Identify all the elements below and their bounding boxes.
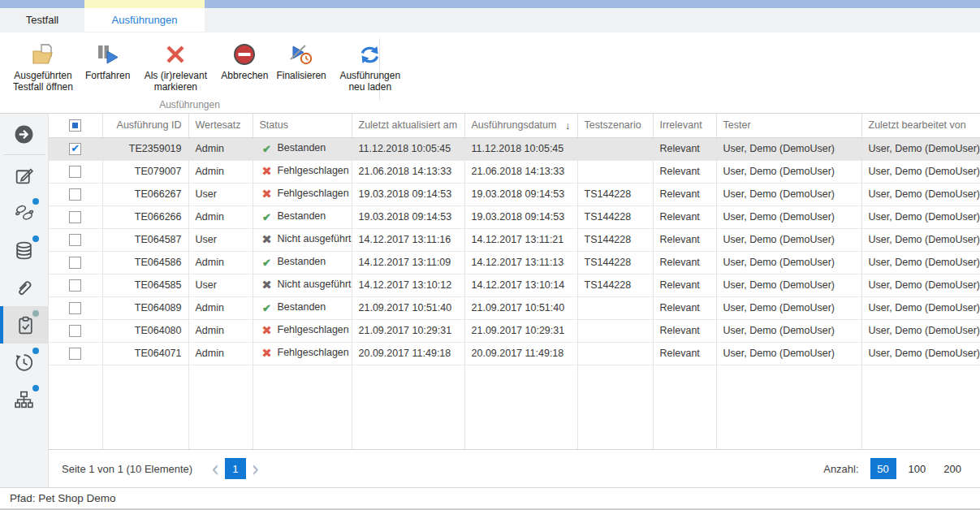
previous-page-button[interactable]: ‹ [211,457,219,481]
row-checkbox[interactable] [69,211,81,223]
column-header-ausfuehrung-id[interactable]: Ausführung ID [102,114,188,137]
cell-tester: User, Demo (DemoUser) [716,319,861,342]
database-icon [14,240,34,261]
executions-table: Ausführung ID Wertesatz Status Zuletzt a… [49,114,980,449]
column-header-testszenario[interactable]: Testszenario [577,114,653,137]
table-row[interactable]: TE064586 Admin ✔Bestanden 14.12.2017 13:… [49,251,980,274]
table-row[interactable]: TE064587 User ✖Nicht ausgeführt 14.12.20… [49,228,980,251]
status-label: Fehlgeschlagen [278,347,349,358]
status-icon: ✖ [260,278,274,292]
row-checkbox-cell [49,228,102,251]
row-checkbox[interactable] [69,325,81,337]
cell-irrelevant: Relevant [653,160,716,183]
row-checkbox[interactable] [69,234,81,246]
column-header-status[interactable]: Status [253,114,352,137]
finalize-button[interactable]: Finalisieren [273,37,329,83]
continue-button[interactable]: Fortfahren [82,37,133,83]
status-label: Nicht ausgeführt [278,279,352,290]
cell-irrelevant: Relevant [653,137,716,160]
sidebar-item-hierarchy[interactable] [0,381,48,418]
table-row[interactable]: TE064071 Admin ✖Fehlgeschlagen 20.09.201… [49,342,980,365]
cell-status: ✖Fehlgeschlagen [253,160,352,183]
cell-ausfuehrung-id: TE066266 [102,205,188,228]
sidebar-item-history[interactable] [0,344,48,381]
row-checkbox-cell [49,137,102,160]
page-size-option-200[interactable]: 200 [938,458,967,479]
sidebar-item-data[interactable] [0,231,48,269]
sidebar-item-steps[interactable] [0,194,48,231]
column-header-ausfuehrungsdatum[interactable]: Ausführungsdatum ↓ [464,114,577,137]
cell-status: ✖Fehlgeschlagen [253,342,352,365]
cell-status: ✖Fehlgeschlagen [253,183,352,205]
cell-ausfuehrung-id: TE2359019 [102,137,188,160]
status-icon: ✔ [260,143,274,155]
row-checkbox-cell [49,342,102,365]
cell-ausfuehrungsdatum: 11.12.2018 10:05:45 [464,137,577,160]
refresh-icon [359,39,381,70]
row-checkbox[interactable] [69,257,81,269]
window-top-strip [0,0,980,8]
row-checkbox[interactable] [69,188,81,201]
table-row[interactable]: TE064585 User ✖Nicht ausgeführt 14.12.20… [49,274,980,296]
sidebar-item-executions[interactable] [0,306,48,344]
column-header-zuletzt-aktualisiert[interactable]: Zuletzt aktualisiert am [352,114,464,137]
folder-open-icon [31,39,55,70]
table-row[interactable]: TE064089 Admin ✔Bestanden 21.09.2017 10:… [49,296,980,319]
row-checkbox[interactable] [69,143,81,155]
row-checkbox[interactable] [69,279,81,292]
mark-irrelevant-button[interactable]: Als (ir)relevant markieren [135,37,216,94]
cell-status: ✔Bestanden [253,205,352,228]
reload-executions-button[interactable]: Ausführungen neu laden [331,37,409,94]
column-header-irrelevant[interactable]: Irrelevant [653,114,716,137]
cell-status: ✖Nicht ausgeführt [253,228,352,251]
cell-testszenario [577,319,653,342]
collapse-sidebar-button[interactable] [0,115,48,153]
page-size-option-50[interactable]: 50 [870,458,896,479]
cell-irrelevant: Relevant [653,342,716,365]
column-header-tester[interactable]: Tester [716,114,861,137]
cell-testszenario: TS144228 [577,274,653,296]
table-row[interactable]: TE2359019 Admin ✔Bestanden 11.12.2018 10… [49,137,980,160]
cell-zuletzt-aktualisiert: 20.09.2017 11:49:18 [352,342,464,365]
next-page-button[interactable]: › [252,457,260,481]
cell-testszenario [577,342,653,365]
notification-badge [32,348,39,354]
page-size-option-100[interactable]: 100 [903,458,932,479]
cell-zuletzt-bearbeitet: User, Demo (DemoUser) [861,228,980,251]
status-label: Fehlgeschlagen [278,165,349,176]
status-icon: ✖ [260,323,274,338]
row-checkbox[interactable] [69,302,81,314]
cell-zuletzt-aktualisiert: 14.12.2017 13:10:12 [352,274,464,296]
sidebar-item-edit[interactable] [0,157,48,194]
cell-tester: User, Demo (DemoUser) [716,251,861,274]
cell-ausfuehrung-id: TE066267 [102,183,188,205]
select-all-checkbox[interactable] [69,119,81,132]
table-row[interactable]: TE066266 Admin ✔Bestanden 19.03.2018 09:… [49,205,980,228]
tab-ausfuehrungen[interactable]: Ausführungen [84,8,205,32]
table-row[interactable]: TE064080 Admin ✖Fehlgeschlagen 21.09.201… [49,319,980,342]
open-executed-testcase-button[interactable]: Ausgeführten Testfall öffnen [6,37,80,94]
status-label: Bestanden [278,256,326,267]
table-row[interactable]: TE066267 User ✖Fehlgeschlagen 19.03.2018… [49,183,980,205]
row-checkbox[interactable] [69,166,81,178]
cell-testszenario: TS144228 [577,205,653,228]
column-header-wertesatz[interactable]: Wertesatz [188,114,253,137]
table-row[interactable]: TE079007 Admin ✖Fehlgeschlagen 21.06.201… [49,160,980,183]
cell-zuletzt-aktualisiert: 21.09.2017 10:29:31 [352,319,464,342]
cell-tester: User, Demo (DemoUser) [716,342,861,365]
cancel-button[interactable]: Abbrechen [218,37,271,83]
row-checkbox[interactable] [69,348,81,360]
sidebar-item-attachments[interactable] [0,269,48,306]
page-number-button[interactable]: 1 [225,458,246,479]
cell-irrelevant: Relevant [653,274,716,296]
tab-testfall[interactable]: Testfall [0,8,84,32]
app-window: Testfall Ausführungen Ausgeführten Testf… [0,0,980,510]
cell-ausfuehrungsdatum: 21.09.2017 10:51:40 [464,296,577,319]
sitemap-icon [14,390,34,410]
row-checkbox-cell [49,296,102,319]
cell-testszenario [577,296,653,319]
button-label: Ausgeführten Testfall öffnen [9,70,77,93]
cell-zuletzt-bearbeitet: User, Demo (DemoUser) [861,319,980,342]
column-header-label: Ausführungsdatum [472,119,557,131]
column-header-zuletzt-bearbeitet[interactable]: Zuletzt bearbeitet von [861,114,980,137]
